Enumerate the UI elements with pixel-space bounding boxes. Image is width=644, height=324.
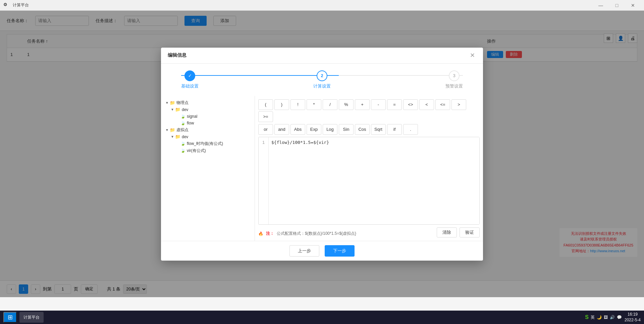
expand-icon-virtual: ▼: [164, 127, 170, 132]
op-multiply[interactable]: *: [307, 99, 321, 110]
expand-icon-dev1: ▼: [170, 107, 175, 112]
step-2-circle: 2: [317, 70, 327, 81]
expand-icon: ▼: [164, 100, 170, 105]
clear-button[interactable]: 清除: [437, 227, 457, 237]
taskbar-msg-icon: 💬: [617, 315, 622, 320]
op-row-1: ( ) ! * / % + - = <> < <= > >=: [258, 99, 480, 122]
modal-header: 编辑信息 ✕: [161, 48, 483, 64]
leaf-icon-signal: 🍃: [180, 114, 185, 119]
op-if[interactable]: if: [387, 124, 402, 135]
minimize-button[interactable]: —: [593, 0, 608, 11]
step-1: ✓ 基础设置: [181, 70, 199, 89]
step-1-circle: ✓: [184, 70, 195, 81]
leaf-icon-vir: 🍃: [180, 148, 185, 153]
taskbar-s-icon: S: [585, 314, 589, 320]
tree-item-flow[interactable]: ▷ 🍃 flow: [164, 120, 251, 126]
tree-label-dev2: dev: [182, 134, 188, 139]
tree-label-virtual: 虚拟点: [176, 127, 189, 133]
taskbar-app-label: 计算平台: [23, 315, 40, 320]
taskbar-app[interactable]: 计算平台: [19, 312, 44, 323]
app-container: 任务名称： 任务描述： 查询 添加 ⊞ 👤 🖨 任务名称 ↑ 操作 1 1 1: [0, 11, 644, 311]
modal-title: 编辑信息: [168, 52, 186, 58]
folder-icon: 📁: [170, 100, 175, 105]
step-3: 3 预警设置: [445, 70, 463, 89]
back-button[interactable]: 上一步: [289, 245, 319, 257]
op-cos[interactable]: Cos: [355, 124, 370, 135]
formula-editor[interactable]: ${flow}/100*1.5=${vir}: [269, 137, 479, 224]
folder-check-icon: 📁: [175, 107, 180, 112]
tree-item-signal[interactable]: ▷ 🍃 signal: [164, 113, 251, 120]
tree-label-signal: signal: [187, 114, 197, 119]
op-divide[interactable]: /: [323, 99, 337, 110]
tree-label-dev1: dev: [182, 107, 188, 112]
leaf-icon-flow-avg: 🍃: [180, 141, 185, 146]
op-mod[interactable]: %: [339, 99, 354, 110]
folder-check-icon-2: 📁: [175, 134, 180, 139]
taskbar-right: S 英 🌙 🖼 🔊 💬 16:19 2022-5-4: [585, 312, 641, 323]
op-paren-open[interactable]: (: [258, 99, 273, 110]
title-bar: ⚙ 计算平台 — □ ✕: [0, 0, 644, 11]
tree-label-flow-avg: flow_时均值(有公式): [187, 141, 223, 147]
op-gte[interactable]: >=: [258, 111, 273, 122]
tree-label-flow: flow: [187, 121, 194, 125]
op-exp[interactable]: Exp: [307, 124, 321, 135]
tree-item-vir[interactable]: ▷ 🍃 vir(有公式): [164, 147, 251, 154]
restore-button[interactable]: □: [609, 0, 625, 11]
taskbar-screen-icon: 🖼: [604, 315, 608, 320]
step-3-circle: 3: [449, 70, 460, 81]
op-or[interactable]: or: [258, 124, 273, 135]
tree-item-virtual[interactable]: ▼ 📁 虚拟点: [164, 126, 251, 133]
op-gt[interactable]: >: [451, 99, 466, 110]
op-row-2: or and Abs Exp Log Sin Cos Sqrt if .: [258, 124, 480, 135]
op-dot[interactable]: .: [403, 124, 418, 135]
tree-item-flow-avg[interactable]: ▷ 🍃 flow_时均值(有公式): [164, 140, 251, 147]
formula-panel: ( ) ! * / % + - = <> < <= > >=: [255, 96, 483, 241]
op-lte[interactable]: <=: [435, 99, 450, 110]
next-button[interactable]: 下一步: [325, 245, 355, 257]
modal-close-button[interactable]: ✕: [468, 51, 476, 59]
op-paren-close[interactable]: ): [274, 99, 289, 110]
title-bar-controls: — □ ✕: [593, 0, 641, 11]
note-text: 公式配置格式：${数据点}/100*1.5=${虚拟点}: [277, 231, 356, 236]
note-fire-icon: 🔥: [258, 231, 263, 236]
folder-icon-virtual: 📁: [170, 127, 175, 132]
taskbar: ⊞ 计算平台 S 英 🌙 🖼 🔊 💬 16:19 2022-5-4: [0, 311, 644, 324]
tree-item-physical[interactable]: ▼ 📁 物理点: [164, 99, 251, 106]
line-number: 1: [259, 137, 269, 224]
op-abs[interactable]: Abs: [290, 124, 305, 135]
app-icon: ⚙: [3, 2, 10, 9]
start-button[interactable]: ⊞: [3, 312, 17, 323]
close-button[interactable]: ✕: [625, 0, 641, 11]
formula-bottom-row: 🔥 注： 公式配置格式：${数据点}/100*1.5=${虚拟点} 清除 验证: [258, 227, 480, 237]
tree-panel: ▼ 📁 物理点 ▼ 📁 dev ▷ 🍃 signal: [161, 96, 255, 241]
tree-label-vir: vir(有公式): [187, 148, 206, 154]
leaf-icon-flow: 🍃: [180, 121, 185, 125]
step-1-label: 基础设置: [181, 83, 199, 89]
modal-body: ▼ 📁 物理点 ▼ 📁 dev ▷ 🍃 signal: [161, 96, 483, 241]
taskbar-volume-icon: 🔊: [610, 315, 615, 320]
taskbar-icons: S 英 🌙 🖼 🔊 💬: [585, 314, 622, 320]
tree-item-dev1[interactable]: ▼ 📁 dev: [164, 106, 251, 113]
note-label: 注：: [266, 231, 274, 236]
op-lt[interactable]: <: [419, 99, 434, 110]
op-not[interactable]: !: [290, 99, 305, 110]
steps-container: ✓ 基础设置 2 计算设置 3 预警设置: [161, 64, 483, 96]
taskbar-clock: 16:19 2022-5-4: [625, 312, 641, 323]
formula-actions: 清除 验证: [437, 227, 480, 237]
op-equals[interactable]: =: [387, 99, 402, 110]
clock-date: 2022-5-4: [625, 317, 641, 323]
modal-overlay: 编辑信息 ✕ ✓ 基础设置 2 计算设置 3 预警设置: [0, 11, 644, 297]
step-2-label: 计算设置: [313, 83, 331, 89]
tree-item-dev2[interactable]: ▼ 📁 dev: [164, 133, 251, 140]
modal-dialog: 编辑信息 ✕ ✓ 基础设置 2 计算设置 3 预警设置: [161, 48, 483, 261]
op-neq[interactable]: <>: [403, 99, 418, 110]
tree-label-physical: 物理点: [176, 100, 189, 106]
verify-button[interactable]: 验证: [460, 227, 480, 237]
op-and[interactable]: and: [274, 124, 289, 135]
op-log[interactable]: Log: [323, 124, 337, 135]
op-sqrt[interactable]: Sqrt: [371, 124, 386, 135]
op-sin[interactable]: Sin: [339, 124, 354, 135]
op-minus[interactable]: -: [371, 99, 386, 110]
op-plus[interactable]: +: [355, 99, 370, 110]
title-bar-title: 计算平台: [13, 2, 593, 8]
